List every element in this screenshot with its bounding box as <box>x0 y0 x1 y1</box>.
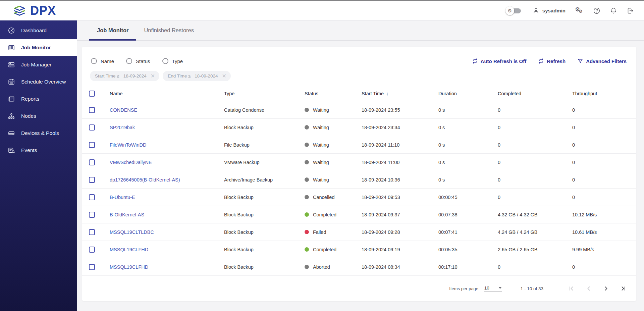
radio-type[interactable]: Type <box>162 58 183 64</box>
column-header-start-time[interactable]: Start Time↓ <box>362 91 438 96</box>
row-checkbox[interactable] <box>89 212 95 218</box>
sidebar-item-reports[interactable]: Reports <box>0 90 77 107</box>
row-checkbox[interactable] <box>89 159 95 165</box>
tab-unfinished-restores[interactable]: Unfinished Restores <box>136 20 202 40</box>
sort-desc-icon: ↓ <box>386 91 388 96</box>
job-type: Catalog Condense <box>224 107 305 113</box>
radio-name[interactable]: Name <box>91 58 114 64</box>
completed: 0 <box>498 107 572 113</box>
sidebar-item-dashboard[interactable]: Dashboard <box>0 22 77 39</box>
row-checkbox[interactable] <box>89 142 95 148</box>
job-name-link[interactable]: dp1726645005(B-OldKernel-AS) <box>110 177 180 183</box>
items-per-page-label: Items per page: <box>449 286 479 291</box>
job-name-link[interactable]: VMwSchedDailyNE <box>110 160 152 165</box>
duration: 0 s <box>438 160 498 165</box>
duration: 00:00:45 <box>438 195 498 200</box>
table-row: FileWinToWinDDFile BackupWaiting18-09-20… <box>82 136 636 154</box>
duration: 0 s <box>438 142 498 148</box>
last-page-icon[interactable] <box>620 285 627 292</box>
row-checkbox[interactable] <box>89 124 95 131</box>
row-checkbox[interactable] <box>89 194 95 200</box>
sidebar-item-job-monitor[interactable]: Job Monitor <box>0 39 77 56</box>
status-dot-icon <box>305 212 309 217</box>
status-dot-icon <box>305 230 309 234</box>
chip-close-icon[interactable]: ✕ <box>222 73 226 79</box>
help-icon[interactable] <box>593 7 600 14</box>
row-checkbox[interactable] <box>89 229 95 235</box>
table-row: dp1726645005(B-OldKernel-AS)Archive/Imag… <box>82 171 636 189</box>
throughput: 10.12 MB/s <box>572 212 629 217</box>
column-header-duration[interactable]: Duration <box>438 91 498 96</box>
start-time: 18-09-2024 23:55 <box>362 107 438 113</box>
status-label: Aborted <box>313 264 330 270</box>
duration: 0 s <box>438 125 498 130</box>
job-name-link[interactable]: B-OldKernel-AS <box>110 212 144 217</box>
tab-job-monitor[interactable]: Job Monitor <box>89 20 136 40</box>
sidebar-item-events[interactable]: Events <box>0 142 77 159</box>
previous-page-icon[interactable] <box>585 285 592 292</box>
throughput: 0 <box>572 142 629 148</box>
user-menu[interactable]: sysadmin <box>532 7 566 14</box>
advanced-filters-button[interactable]: Advanced Filters <box>578 58 627 64</box>
row-checkbox[interactable] <box>89 107 95 113</box>
settings-gears-icon[interactable]: ⚙⚙ <box>575 7 584 15</box>
refresh-icon <box>538 58 544 64</box>
job-name-link[interactable]: B-Ubuntu-E <box>110 195 135 200</box>
refresh-button[interactable]: Refresh <box>538 58 566 64</box>
username: sysadmin <box>542 8 566 13</box>
completed: 4.24 GB / 4.24 GB <box>498 229 572 235</box>
row-checkbox[interactable] <box>89 264 95 270</box>
sidebar-item-job-manager[interactable]: Job Manager <box>0 56 77 73</box>
throughput: 10.61 MB/s <box>572 229 629 235</box>
completed: 2.65 GB / 2.65 GB <box>498 247 572 252</box>
job-name-link[interactable]: MSSQL19CLFHD <box>110 247 148 252</box>
column-header-completed[interactable]: Completed <box>498 91 572 96</box>
tab-label: Unfinished Restores <box>144 27 194 34</box>
column-header-name[interactable]: Name <box>110 91 224 96</box>
radio-circle-icon <box>126 58 132 64</box>
column-header-type[interactable]: Type <box>224 91 305 96</box>
radio-label: Name <box>101 58 114 64</box>
status-label: Waiting <box>313 142 329 148</box>
theme-toggle[interactable]: ⚙ <box>505 7 521 14</box>
radio-status[interactable]: Status <box>126 58 150 64</box>
start-time: 18-09-2024 09:19 <box>362 247 438 252</box>
first-page-icon[interactable] <box>568 285 575 292</box>
items-per-page-select[interactable]: 10 <box>484 286 502 292</box>
row-checkbox[interactable] <box>89 247 95 253</box>
job-name-link[interactable]: SP2019bak <box>110 125 135 130</box>
row-checkbox[interactable] <box>89 177 95 183</box>
sidebar-item-devices-pools[interactable]: Devices & Pools <box>0 124 77 142</box>
items-per-page-value: 10 <box>484 286 489 291</box>
sidebar-item-label: Schedule Overview <box>21 79 66 85</box>
sidebar-item-schedule-overview[interactable]: Schedule Overview <box>0 73 77 90</box>
completed: 0 <box>498 142 572 148</box>
column-header-status[interactable]: Status <box>305 91 362 96</box>
radio-label: Status <box>136 58 150 64</box>
completed: 0 <box>498 195 572 200</box>
throughput: 0 <box>572 107 629 113</box>
chip-label: End Time ≤ <box>168 73 191 79</box>
select-all-checkbox[interactable] <box>89 91 95 97</box>
job-name-link[interactable]: MSSQL19CLTLDBC <box>110 229 154 235</box>
table-row: CONDENSECatalog CondenseWaiting18-09-202… <box>82 101 636 119</box>
job-type: Block Backup <box>224 125 305 130</box>
logout-icon[interactable] <box>627 7 634 14</box>
action-label: Auto Refresh is Off <box>481 58 527 64</box>
auto-refresh-is-off-button[interactable]: Auto Refresh is Off <box>472 58 527 64</box>
job-name-link[interactable]: MSSQL19CLFHD <box>110 264 148 270</box>
job-name-link[interactable]: FileWinToWinDD <box>110 142 147 148</box>
job-name-link[interactable]: CONDENSE <box>110 107 137 113</box>
throughput: 9.99 MB/s <box>572 247 629 252</box>
column-header-throughput[interactable]: Throughput <box>572 91 629 96</box>
table-row: MSSQL19CLTLDBCBlock BackupFailed18-09-20… <box>82 223 636 241</box>
pagination-range: 1 - 10 of 33 <box>521 286 543 291</box>
refresh-icon <box>472 58 478 64</box>
notifications-bell-icon[interactable] <box>610 7 617 14</box>
start-time: 18-09-2024 09:53 <box>362 195 438 200</box>
status-label: Waiting <box>313 177 329 183</box>
sidebar-item-nodes[interactable]: Nodes <box>0 107 77 124</box>
chip-close-icon[interactable]: ✕ <box>151 73 155 79</box>
next-page-icon[interactable] <box>602 285 610 292</box>
user-icon <box>532 7 540 14</box>
